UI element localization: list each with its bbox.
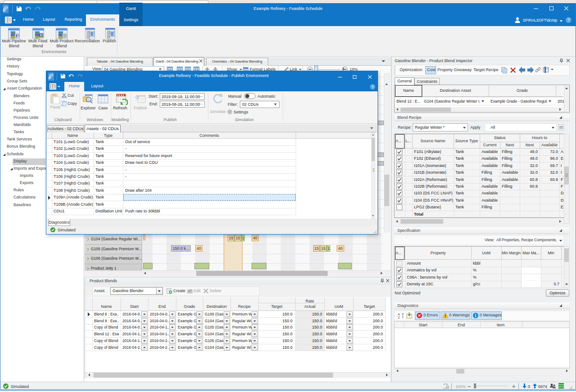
svg-text:Z: Z (398, 316, 400, 319)
svg-text:A: A (398, 313, 400, 316)
